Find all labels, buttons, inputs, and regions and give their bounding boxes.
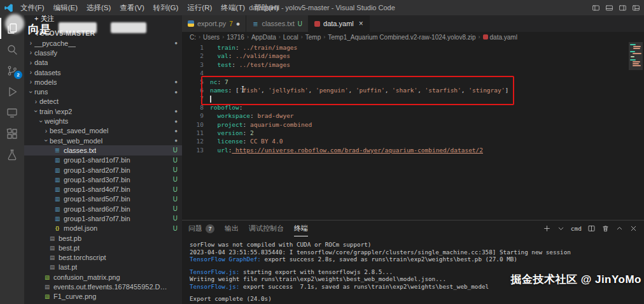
breadcrumb-item[interactable]: Users <box>203 34 220 41</box>
tree-item[interactable]: ›best_saved_model● <box>24 126 182 136</box>
terminal-line: sorFlow was not compiled with CUDA or RO… <box>190 241 644 249</box>
tree-item[interactable]: ▥group1-shard5of7.binU <box>24 194 182 204</box>
tree-item[interactable]: ›classify <box>24 48 182 57</box>
minimap[interactable] <box>629 42 643 131</box>
code-line[interactable]: 13 url: https://universe.roboflow.com/br… <box>182 146 644 154</box>
code-token: ../valid/images <box>232 52 290 59</box>
terminal-line: TensorFlow GraphDef: export success 2.8s… <box>190 256 644 263</box>
breadcrumb-item[interactable]: Local <box>283 34 298 41</box>
tree-item[interactable]: ▤last.pt <box>24 263 182 272</box>
terminal-text: export success 7.1s, saved as runs\train… <box>239 283 489 290</box>
toggle-panel-icon[interactable] <box>605 4 613 12</box>
kill-terminal-icon[interactable] <box>601 224 610 233</box>
tree-item[interactable]: ›models● <box>24 77 182 87</box>
toggle-sidebar-icon[interactable] <box>592 4 600 12</box>
code-line[interactable]: 7 <box>182 94 644 103</box>
code-line[interactable]: 4 <box>182 69 644 77</box>
tree-item[interactable]: ▤best.pb <box>24 233 182 243</box>
tree-item[interactable]: ▥group1-shard1of7.binU <box>24 156 182 165</box>
terminal-output[interactable]: sorFlow was not compiled with CUDA or RO… <box>182 236 644 304</box>
code-line[interactable]: 12 license: CC BY 4.0 <box>182 137 644 145</box>
activity-search-button[interactable] <box>0 39 24 60</box>
tree-item[interactable]: ≣classes.txtU <box>24 145 182 155</box>
activity-test-beaker-button[interactable] <box>0 144 24 165</box>
activity-run-debug-button[interactable] <box>0 81 24 102</box>
activity-source-control-button[interactable]: 2 <box>0 60 24 81</box>
maximize-panel-icon[interactable] <box>615 224 624 233</box>
editor-tab[interactable]: export.py7● <box>182 15 246 32</box>
tree-item[interactable]: ▤events.out.tfevents.1678455952.DESKTOP-… <box>24 282 182 291</box>
breadcrumb-item[interactable]: AppData <box>251 34 276 41</box>
tree-item[interactable]: ▤best.pt <box>24 243 182 252</box>
toggle-secondary-sidebar-icon[interactable] <box>619 4 627 12</box>
breadcrumb-item[interactable]: Temp <box>305 34 321 41</box>
close-icon[interactable]: × <box>359 19 363 28</box>
panel-tab[interactable]: 调试控制台 <box>249 221 284 236</box>
code-line[interactable]: 8roboflow: <box>182 103 644 112</box>
tree-item[interactable]: ▥group1-shard3of7.binU <box>24 175 182 184</box>
breadcrumb-item[interactable]: Temp1_Aquarium Combined.v2-raw-1024.yolo… <box>328 34 475 41</box>
activity-remote-button[interactable] <box>0 102 24 123</box>
new-terminal-icon[interactable] <box>543 224 551 233</box>
git-status-badge: U <box>173 215 178 222</box>
tree-item[interactable]: ▥group1-shard2of7.binU <box>24 165 182 175</box>
code-line[interactable]: 5nc: 7 <box>182 78 644 86</box>
tree-item[interactable]: ▥group1-shard4of7.binU <box>24 184 182 194</box>
editor-tab[interactable]: data.yaml× <box>309 15 370 32</box>
code-line[interactable]: 3 test: ../test/images <box>182 61 644 69</box>
customize-layout-icon[interactable] <box>632 4 640 12</box>
panel-tab-label: 调试控制台 <box>249 224 284 233</box>
panel-tab[interactable]: 终端 <box>294 221 308 236</box>
tree-item[interactable]: ▨confusion_matrix.png <box>24 272 182 282</box>
tree-item[interactable]: ›__pycache__● <box>24 38 182 48</box>
tree-item[interactable]: ›detect <box>24 97 182 106</box>
code-editor[interactable]: 1 train: ../train/images2 val: ../valid/… <box>182 42 644 220</box>
panel-tab[interactable]: 问题7 <box>188 221 214 236</box>
breadcrumb-item[interactable]: 13716 <box>227 34 244 41</box>
tree-item[interactable]: ›runs● <box>24 87 182 96</box>
terminal-name-label[interactable]: cmd <box>571 225 582 232</box>
breadcrumb-item[interactable]: data.yaml <box>483 34 517 41</box>
code-line[interactable]: 2 val: ../valid/images <box>182 52 644 60</box>
close-panel-icon[interactable] <box>629 224 638 233</box>
editor-tab[interactable]: ≣classes.txtU <box>246 15 309 32</box>
workbench: 2 › YOLOV5-MASTER ›__pycache__●›classify… <box>0 15 644 304</box>
tree-item[interactable]: ▨F1_curve.png <box>24 292 182 301</box>
tree-item[interactable]: {}model.jsonU <box>24 224 182 233</box>
tree-item[interactable]: ›best_web_model● <box>24 136 182 145</box>
menu-item[interactable]: 运行(R) <box>183 0 216 15</box>
activity-explorer-button[interactable] <box>0 18 24 39</box>
chevron-right-icon: › <box>27 59 34 66</box>
minimap-mark <box>630 51 635 52</box>
code-line[interactable]: 6names: ['fish', 'jellyfish', 'penguin',… <box>182 86 644 94</box>
activity-extensions-button[interactable] <box>0 123 24 144</box>
modified-indicator: ● <box>174 138 178 143</box>
tree-item[interactable]: ›data <box>24 58 182 68</box>
tree-item[interactable]: ▥group1-shard6of7.binU <box>24 204 182 214</box>
menu-item[interactable]: 文件(F) <box>16 0 49 15</box>
code-token: ] <box>505 87 508 94</box>
menu-item[interactable]: 转到(G) <box>149 0 183 15</box>
code-token <box>210 44 217 51</box>
workspace-root-folder[interactable]: › YOLOV5-MASTER <box>24 27 182 38</box>
breadcrumb-item[interactable]: C: <box>190 34 196 41</box>
menu-item[interactable]: 终端(T) <box>216 0 249 15</box>
code-line[interactable]: 11 version: 2 <box>182 129 644 137</box>
code-token: ../train/images <box>239 44 298 51</box>
tree-item[interactable]: ▤best.torchscript <box>24 253 182 263</box>
tree-item[interactable]: ›weights● <box>24 116 182 126</box>
code-line[interactable]: 1 train: ../train/images <box>182 43 644 52</box>
menu-item[interactable]: 编辑(E) <box>49 0 82 15</box>
menu-item[interactable]: 选择(S) <box>82 0 115 15</box>
tree-item[interactable]: ›train \exp2● <box>24 106 182 116</box>
code-line[interactable]: 10 project: aquarium-combined <box>182 120 644 129</box>
menu-item[interactable]: 查看(V) <box>115 0 148 15</box>
tree-item[interactable]: ›datasets <box>24 68 182 77</box>
code-line[interactable]: 9 workspace: brad-dwyer <box>182 112 644 120</box>
split-terminal-icon[interactable] <box>587 224 596 233</box>
tree-item[interactable]: ▥group1-shard7of7.binU <box>24 214 182 223</box>
terminal-profile-chevron-icon[interactable] <box>557 224 565 233</box>
chevron-right-icon: › <box>27 78 34 85</box>
panel-tab[interactable]: 输出 <box>225 221 239 236</box>
binary-file-icon: ▥ <box>53 157 61 163</box>
